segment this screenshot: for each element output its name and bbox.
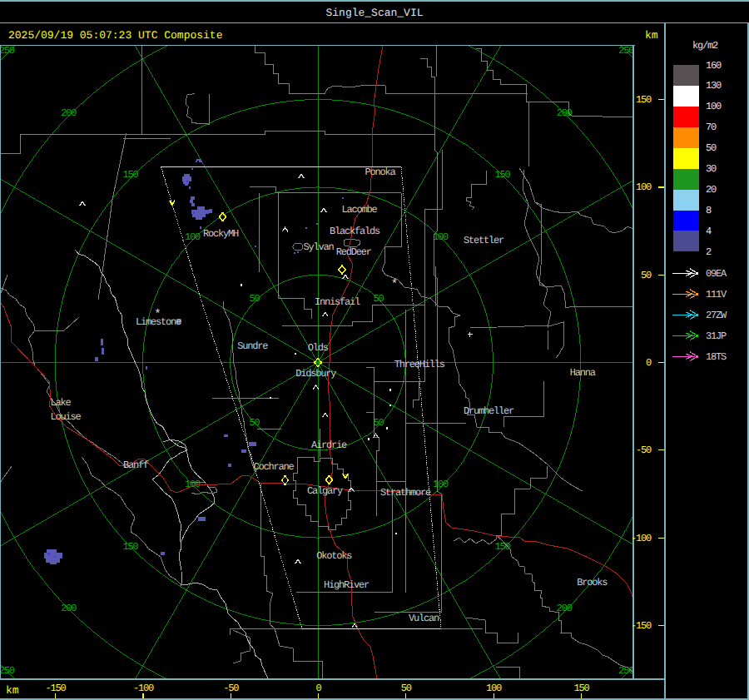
svg-text:150: 150 <box>494 169 510 181</box>
svg-text:200: 200 <box>61 603 77 614</box>
svg-text:100: 100 <box>636 181 652 193</box>
svg-text:Brooks: Brooks <box>577 577 608 588</box>
svg-text:Vulcan: Vulcan <box>409 613 439 624</box>
svg-text:Blackfalds: Blackfalds <box>330 226 380 237</box>
svg-text:150: 150 <box>123 169 139 181</box>
svg-text:Okotoks: Okotoks <box>316 550 352 562</box>
svg-text:Olds: Olds <box>308 342 329 354</box>
svg-text:100: 100 <box>185 231 201 243</box>
svg-text:2: 2 <box>706 246 712 258</box>
svg-text:250: 250 <box>618 45 634 57</box>
svg-text:30: 30 <box>706 163 717 175</box>
svg-text:Cochrane: Cochrane <box>254 461 295 473</box>
svg-text:250: 250 <box>0 45 15 57</box>
svg-text:Stettler: Stettler <box>464 235 504 246</box>
svg-text:km: km <box>6 684 19 697</box>
svg-text:-100: -100 <box>133 683 154 694</box>
svg-text:Limestone: Limestone <box>136 316 181 328</box>
svg-text:Ponoka: Ponoka <box>365 166 396 178</box>
svg-text:09EA: 09EA <box>706 268 727 280</box>
svg-text:200: 200 <box>61 107 77 119</box>
svg-text:50: 50 <box>249 417 260 429</box>
svg-text:50: 50 <box>401 683 412 694</box>
svg-text:50: 50 <box>249 293 260 305</box>
svg-text:*: * <box>391 278 398 291</box>
svg-text:Didsbury: Didsbury <box>295 368 336 380</box>
svg-text:Drumheller: Drumheller <box>464 405 514 417</box>
svg-text:ThreeHills: ThreeHills <box>394 359 445 370</box>
svg-text:km: km <box>645 29 658 42</box>
svg-text:100: 100 <box>706 101 722 112</box>
svg-text:RedDeer: RedDeer <box>336 246 372 258</box>
svg-text:111V: 111V <box>706 289 727 300</box>
svg-text:Louise: Louise <box>50 411 81 423</box>
svg-text:200: 200 <box>557 107 573 119</box>
svg-text:Innisfail: Innisfail <box>315 296 360 308</box>
svg-text:31JP: 31JP <box>706 330 727 342</box>
svg-text:-50: -50 <box>636 444 652 456</box>
svg-text:250: 250 <box>618 665 634 677</box>
svg-text:-150: -150 <box>46 683 67 694</box>
svg-text:130: 130 <box>706 80 722 92</box>
svg-text:HighRiver: HighRiver <box>324 579 370 591</box>
svg-text:160: 160 <box>706 60 722 72</box>
svg-text:Airdrie: Airdrie <box>311 439 347 451</box>
svg-text:Lacombe: Lacombe <box>342 204 378 216</box>
svg-text:250: 250 <box>0 665 15 677</box>
svg-text:20: 20 <box>706 184 717 196</box>
svg-text:27ZW: 27ZW <box>706 310 727 321</box>
svg-text:RockyMH: RockyMH <box>203 228 239 240</box>
svg-text:150: 150 <box>573 683 589 694</box>
svg-text:Calgary: Calgary <box>307 485 343 497</box>
svg-text:18TS: 18TS <box>706 351 727 363</box>
svg-text:150: 150 <box>123 541 139 553</box>
svg-text:kg/m2: kg/m2 <box>692 40 718 52</box>
svg-text:100: 100 <box>486 683 502 694</box>
svg-text:50: 50 <box>641 270 652 281</box>
svg-text:Strathmore: Strathmore <box>380 487 431 499</box>
svg-text:8: 8 <box>706 205 712 216</box>
svg-text:-50: -50 <box>223 683 239 694</box>
svg-text:4: 4 <box>706 226 712 237</box>
svg-text:Lake: Lake <box>50 397 71 409</box>
svg-text:50: 50 <box>373 417 384 429</box>
svg-text:70: 70 <box>706 122 717 133</box>
svg-text:100: 100 <box>433 479 449 490</box>
svg-text:150: 150 <box>636 94 652 106</box>
svg-text:50: 50 <box>373 293 384 305</box>
svg-text:50: 50 <box>706 142 717 154</box>
svg-text:Banff: Banff <box>123 459 149 471</box>
svg-text:Single_Scan_VIL: Single_Scan_VIL <box>325 7 423 19</box>
svg-text:Sylvan: Sylvan <box>303 241 334 253</box>
svg-text:-100: -100 <box>631 533 652 544</box>
svg-text:-150: -150 <box>631 620 652 632</box>
svg-text:0: 0 <box>646 357 652 369</box>
svg-text:0: 0 <box>315 683 321 694</box>
svg-text:2025/09/19 05:07:23 UTC Compos: 2025/09/19 05:07:23 UTC Composite <box>8 29 222 42</box>
svg-text:Sundre: Sundre <box>237 340 268 352</box>
svg-text:Hanna: Hanna <box>570 367 596 379</box>
